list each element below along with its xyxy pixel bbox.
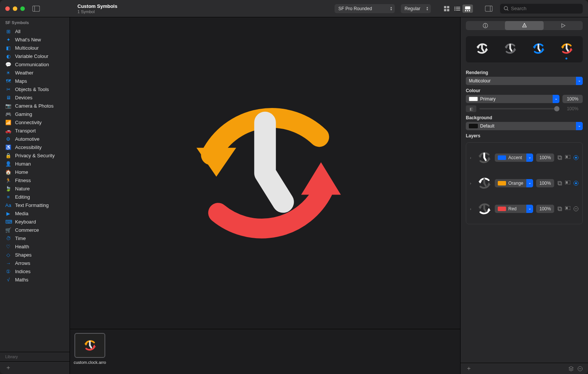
search-input[interactable] (511, 6, 579, 11)
sidebar-item[interactable]: ◐Variable Colour (0, 52, 70, 60)
sidebar-item[interactable]: ◇Shapes (0, 251, 70, 259)
sidebar-item[interactable]: ☀Weather (0, 68, 70, 77)
layer-copy-button[interactable] (557, 206, 562, 211)
colour-opacity-value[interactable]: 100% (562, 95, 583, 103)
layer-opacity-value[interactable]: 100% (536, 205, 554, 213)
opacity-slider[interactable] (479, 108, 559, 109)
layer-erase-button[interactable] (573, 206, 579, 211)
list-view-button[interactable] (452, 5, 462, 13)
svg-rect-3 (447, 6, 449, 8)
sidebar-item[interactable]: →Arrows (0, 259, 70, 267)
sidebar-item[interactable]: ♡Health (0, 242, 70, 251)
layer-opacity-value[interactable]: 100% (536, 154, 554, 162)
colour-tab[interactable] (505, 21, 544, 30)
sidebar-item-icon: ⏱ (5, 236, 11, 241)
sidebar-item[interactable]: 📶Connectivity (0, 118, 70, 126)
symbol-canvas[interactable] (70, 17, 460, 329)
background-select[interactable]: Default (466, 122, 583, 130)
rendering-label: Rendering (466, 70, 583, 75)
window-controls (5, 6, 25, 11)
sidebar-item[interactable]: ▶Media (0, 209, 70, 217)
layer-colour-select[interactable]: Red (495, 205, 533, 213)
zoom-window-button[interactable] (20, 6, 25, 11)
sidebar-item[interactable]: 👤Human (0, 160, 70, 168)
grid-view-button[interactable] (441, 5, 452, 13)
sidebar-item[interactable]: 💬Communication (0, 60, 70, 68)
layer-erase-button[interactable] (573, 155, 579, 160)
preview-hierarchical[interactable] (501, 41, 519, 56)
layer-colour-select[interactable]: Orange (495, 179, 533, 187)
gallery-view-button[interactable] (462, 5, 473, 13)
sidebar-item[interactable]: ⚙Automotive (0, 135, 70, 143)
sidebar-item-icon: 🗺 (5, 78, 11, 84)
layer-colour-select[interactable]: Accent (495, 154, 533, 162)
close-window-button[interactable] (5, 6, 10, 11)
canvas-area: custom.clock.arrow.triangleh… (70, 17, 460, 374)
sidebar-item-label: What's New (15, 37, 41, 43)
add-collection-button[interactable]: ＋ (5, 364, 11, 372)
sidebar-item[interactable]: ✂Objects & Tools (0, 85, 70, 93)
sidebar-item[interactable]: 🖥Devices (0, 93, 70, 102)
layer-erase-button[interactable] (573, 181, 579, 186)
sidebar-item[interactable]: ⌨Keyboard (0, 217, 70, 226)
sidebar-item[interactable]: 🛒Commerce (0, 226, 70, 234)
preview-multicolour[interactable] (558, 41, 576, 56)
sidebar-item-label: Commerce (15, 227, 39, 233)
svg-point-10 (455, 9, 456, 11)
animation-tab[interactable] (544, 21, 583, 30)
sidebar-item-icon: 📷 (5, 103, 11, 109)
layer-fill-button[interactable] (565, 206, 570, 211)
sidebar-item[interactable]: ⊞All (0, 27, 70, 35)
sidebar-item[interactable]: 🍃Nature (0, 184, 70, 193)
sidebar-item[interactable]: 🚗Transport (0, 126, 70, 135)
search-field[interactable] (500, 4, 583, 14)
info-tab[interactable] (466, 21, 505, 30)
sidebar-item-label: Gaming (15, 111, 32, 117)
rendering-select[interactable]: Multicolour (466, 77, 583, 85)
font-family-select[interactable]: SF Pro Rounded ▲▼ (335, 4, 395, 13)
sidebar-item[interactable]: 🎮Gaming (0, 110, 70, 118)
layer-copy-button[interactable] (557, 155, 562, 160)
background-value: Default (480, 123, 494, 129)
layer-opacity-value[interactable]: 100% (536, 179, 554, 187)
sidebar-item[interactable]: 📷Camera & Photos (0, 102, 70, 110)
sidebar-item[interactable]: √Maths (0, 275, 70, 284)
sidebar-item[interactable]: 🏠Home (0, 168, 70, 176)
slider-knob[interactable] (554, 106, 559, 111)
minimize-window-button[interactable] (13, 6, 17, 11)
sidebar-item[interactable]: ①Indices (0, 267, 70, 275)
sidebar-item-icon: 🏠 (5, 169, 11, 175)
sidebar-item[interactable]: 🗺Maps (0, 77, 70, 85)
toggle-inspector-button[interactable] (485, 6, 493, 12)
background-swatch (469, 124, 478, 128)
layers-stack-icon[interactable] (568, 366, 574, 371)
colour-mode-button[interactable]: ◧ (466, 105, 476, 112)
symbol-thumbnail[interactable]: custom.clock.arrow.triangleh… (74, 333, 106, 365)
sidebar-item[interactable]: ≡Editing (0, 193, 70, 201)
sidebar-item[interactable]: 🔒Privacy & Security (0, 151, 70, 160)
sidebar-item[interactable]: 🏃Fitness (0, 176, 70, 184)
layer-fill-button[interactable] (565, 181, 570, 186)
preview-palette[interactable] (529, 41, 547, 56)
layer-disclose-button[interactable]: › (470, 156, 474, 160)
remove-layer-button[interactable] (577, 366, 583, 371)
layer-disclose-button[interactable]: › (470, 207, 474, 211)
layer-copy-button[interactable] (557, 181, 562, 186)
colour-select[interactable]: Primary (466, 95, 559, 103)
svg-rect-25 (559, 157, 562, 160)
toggle-sidebar-button[interactable] (32, 6, 40, 12)
svg-rect-27 (566, 156, 568, 158)
font-weight-select[interactable]: Regular ▲▼ (401, 4, 431, 13)
layer-item: › Accent 100% (466, 145, 582, 170)
layer-fill-button[interactable] (565, 155, 570, 160)
sidebar-item-label: Indices (15, 269, 30, 274)
sidebar-item[interactable]: ⏱Time (0, 234, 70, 242)
add-layer-button[interactable]: ＋ (466, 365, 472, 372)
layer-disclose-button[interactable]: › (470, 181, 474, 185)
preview-monochrome[interactable] (473, 41, 491, 56)
sidebar-item[interactable]: AaText Formatting (0, 201, 70, 209)
sidebar-item[interactable]: ♿Accessibility (0, 143, 70, 151)
layer-list: › Accent 100% › (466, 142, 583, 224)
sidebar-item[interactable]: ◧Multicolour (0, 44, 70, 52)
sidebar-item[interactable]: ✦What's New (0, 35, 70, 44)
